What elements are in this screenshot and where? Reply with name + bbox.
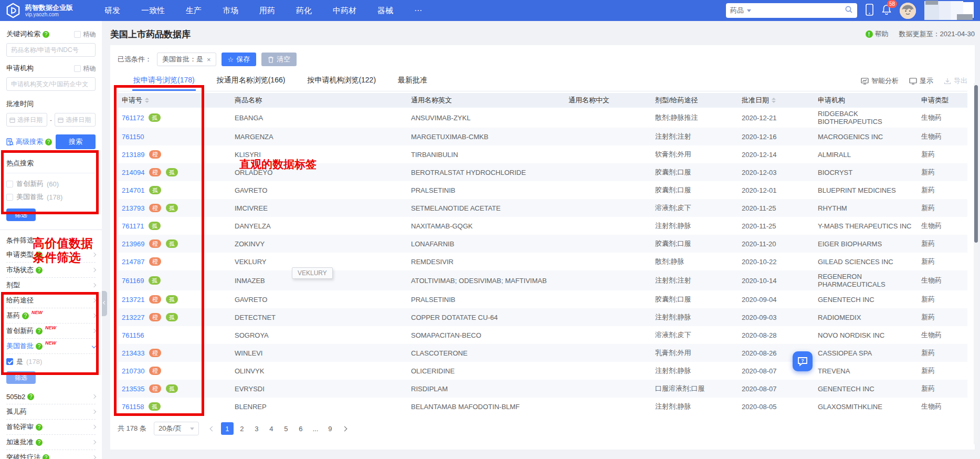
application-number-link[interactable]: 214094 xyxy=(122,169,144,176)
column-header-approval-date[interactable]: 批准日期 xyxy=(737,96,814,105)
orphan-drug-badge: 孤 xyxy=(166,313,178,321)
display-settings-button[interactable]: 显示 xyxy=(909,76,933,86)
tab-by-generic-name[interactable]: 按通用名称浏览(166) xyxy=(216,76,287,91)
user-avatar[interactable] xyxy=(900,3,916,19)
applicant-search-input[interactable] xyxy=(6,77,96,91)
dosage-route-cell: 注射剂;静脉 xyxy=(651,364,737,378)
sidebar-filter-accelerated-approval[interactable]: 加速批准 xyxy=(6,435,96,450)
keyword-search-input[interactable] xyxy=(6,43,96,57)
help-link[interactable]: 帮助 xyxy=(866,29,889,39)
pagination-page[interactable]: 4 xyxy=(265,422,278,435)
global-search-input[interactable] xyxy=(754,7,841,15)
notification-bell[interactable]: 58 xyxy=(882,4,891,17)
sidebar-filter-essential-drug[interactable]: 基药 NEW xyxy=(6,308,96,324)
date-picker-start[interactable]: 选择日期 xyxy=(6,113,47,127)
pagination-page[interactable]: 6 xyxy=(294,422,307,435)
sidebar-filter-breakthrough-therapy[interactable]: 突破性疗法 xyxy=(6,450,96,459)
keyword-exact-checkbox[interactable]: 精确 xyxy=(74,30,96,39)
applicant-exact-checkbox[interactable]: 精确 xyxy=(74,64,96,73)
generic-name-cn-cell xyxy=(564,297,651,301)
next-page-button[interactable] xyxy=(339,422,351,435)
condition-filter-button[interactable]: 筛选 xyxy=(6,371,36,384)
application-number-link[interactable]: 213189 xyxy=(122,151,144,159)
page-size-select[interactable]: 20条/页 xyxy=(154,422,199,435)
dosage-route-cell: 胶囊剂;口服 xyxy=(651,293,737,306)
application-number-link[interactable]: 213535 xyxy=(122,385,144,393)
search-icon[interactable] xyxy=(845,5,853,16)
sidebar-filter-route[interactable]: 给药途径 xyxy=(6,293,96,308)
orphan-drug-badge: 孤 xyxy=(166,384,178,393)
sidebar-filter-505b2[interactable]: 505b2 xyxy=(6,389,96,404)
tab-latest-approvals[interactable]: 最新批准 xyxy=(397,76,428,91)
nav-menu-item[interactable]: 研发 xyxy=(104,6,120,16)
application-type-cell: 新药 xyxy=(917,255,967,268)
column-header-application-number[interactable]: 申请号 xyxy=(118,96,230,105)
nav-menu-item[interactable]: 市场 xyxy=(223,6,238,16)
previous-page-button[interactable] xyxy=(206,422,219,435)
nav-menu-item[interactable]: 生产 xyxy=(186,6,202,16)
tab-by-application-number[interactable]: 按申请号浏览(178) xyxy=(132,76,196,91)
hot-filter-button[interactable]: 筛选 xyxy=(6,208,36,221)
search-button[interactable]: 搜索 xyxy=(56,134,96,149)
application-number-link[interactable]: 213969 xyxy=(122,240,144,248)
sidebar-filter-first-review[interactable]: 首轮评审 xyxy=(6,420,96,435)
export-button[interactable]: 导出 xyxy=(944,76,967,86)
sort-icon[interactable] xyxy=(772,98,776,103)
pagination-page[interactable]: 9 xyxy=(324,422,336,435)
nav-menu-item[interactable]: 中药材 xyxy=(333,6,356,16)
save-button[interactable]: 保存 xyxy=(222,53,257,66)
nav-menu-item[interactable]: 器械 xyxy=(377,6,393,16)
selected-condition-tag[interactable]: 美国首批：是 xyxy=(157,53,216,66)
advanced-search-link[interactable]: 高级搜索 xyxy=(6,137,43,147)
sidebar-filter-first-in-class[interactable]: 首创新药 NEW xyxy=(6,324,96,339)
customer-service-button[interactable]: ? xyxy=(793,351,813,371)
application-number-link[interactable]: 214701 xyxy=(122,186,144,194)
application-number-link[interactable]: 761158 xyxy=(122,403,144,411)
sidebar-collapse-handle[interactable] xyxy=(102,291,107,316)
sidebar-filter-orphan-drug[interactable]: 孤儿药 xyxy=(6,404,96,420)
mobile-app-icon[interactable] xyxy=(866,4,873,18)
application-number-link[interactable]: 213227 xyxy=(122,314,144,321)
sidebar-filter-application-type[interactable]: 申请类型 xyxy=(6,247,96,263)
sidebar-filter-us-first-approval[interactable]: 美国首批 NEW xyxy=(6,339,96,354)
help-icon[interactable] xyxy=(43,31,49,38)
brand-logo[interactable]: 药智数据企业版 vip.yaozh.com xyxy=(5,3,73,18)
sidebar-filter-dosage-form[interactable]: 剂型 xyxy=(6,278,96,293)
nav-menu-item[interactable]: 一致性 xyxy=(141,6,165,16)
pagination-page[interactable]: 2 xyxy=(236,422,248,435)
help-icon[interactable] xyxy=(45,139,52,145)
application-number-link[interactable]: 761156 xyxy=(122,331,144,339)
nav-menu-item[interactable]: 用药 xyxy=(259,6,275,16)
date-picker-end[interactable]: 选择日期 xyxy=(55,113,96,127)
hot-option-first-in-class[interactable]: 首创新药 (60) xyxy=(6,179,96,189)
pagination-page-current[interactable]: 1 xyxy=(221,422,234,435)
application-number-link[interactable]: 761150 xyxy=(122,133,144,141)
pagination-page[interactable]: 3 xyxy=(250,422,263,435)
search-category-select[interactable]: 药品 xyxy=(730,6,751,15)
application-number-link[interactable]: 213793 xyxy=(122,204,144,212)
application-number-link[interactable]: 213433 xyxy=(122,349,144,357)
application-number-link[interactable]: 761171 xyxy=(122,222,144,230)
us-first-yes-option[interactable]: 是 (178) xyxy=(6,354,96,369)
application-number-link[interactable]: 214787 xyxy=(122,258,144,266)
tab-by-applicant[interactable]: 按申请机构浏览(122) xyxy=(306,76,377,91)
hot-option-us-first[interactable]: 美国首批 (178) xyxy=(6,192,96,202)
nav-menu-item[interactable]: 药化 xyxy=(296,6,312,16)
smart-analysis-button[interactable]: 智能分析 xyxy=(861,76,899,86)
application-number-link[interactable]: 210730 xyxy=(122,367,144,375)
close-icon[interactable] xyxy=(207,56,211,64)
pagination-page[interactable]: ... xyxy=(309,422,322,435)
sort-icon[interactable] xyxy=(145,98,149,103)
trade-name-cell: GAVRETO xyxy=(230,184,407,196)
vertical-scrollbar-track[interactable] xyxy=(974,83,978,444)
generic-name-en-cell: REMDESIVIR xyxy=(407,256,564,268)
generic-name-cn-cell xyxy=(564,170,651,174)
application-number-link[interactable]: 761172 xyxy=(122,114,144,122)
vertical-scrollbar-thumb[interactable] xyxy=(974,85,978,243)
nav-menu-item[interactable]: ⋯ xyxy=(414,6,422,16)
application-number-link[interactable]: 213721 xyxy=(122,296,144,304)
clear-button[interactable]: 清空 xyxy=(261,53,297,66)
application-number-link[interactable]: 761169 xyxy=(122,277,144,285)
pagination-page[interactable]: 5 xyxy=(280,422,292,435)
sidebar-filter-market-status[interactable]: 市场状态 xyxy=(6,263,96,278)
